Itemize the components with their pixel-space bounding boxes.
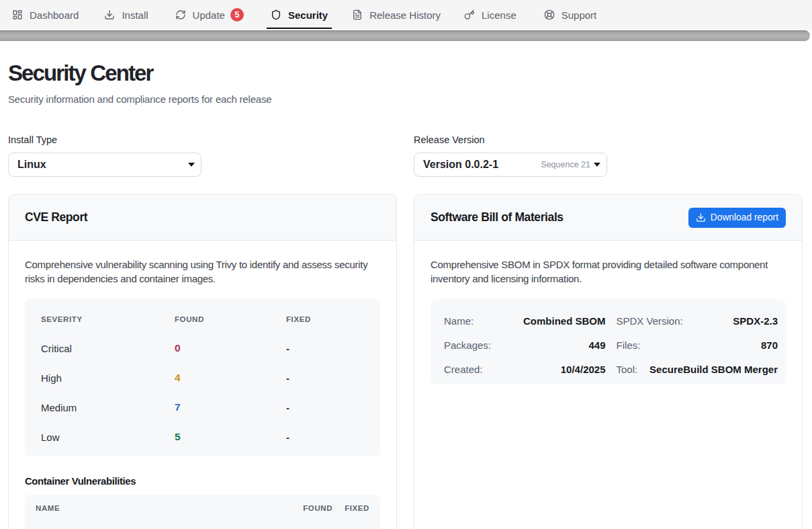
nav-item-release-history[interactable]: Release History xyxy=(348,0,445,30)
top-navigation: Dashboard Install Update 5 Security Rele… xyxy=(0,0,812,41)
nav-item-license[interactable]: License xyxy=(460,0,521,30)
sbom-detail-created: Created: 10/4/2025 xyxy=(444,357,606,381)
nav-label: License xyxy=(482,9,516,21)
severity-table-header: SEVERITY FOUND FIXED xyxy=(41,305,364,333)
sbom-card: Software Bill of Materials Download repo… xyxy=(414,194,803,529)
update-count-badge: 5 xyxy=(230,8,244,22)
detail-value: 10/4/2025 xyxy=(561,364,606,375)
download-report-button[interactable]: Download report xyxy=(688,208,786,228)
nav-bar: Dashboard Install Update 5 Security Rele… xyxy=(0,0,812,30)
horizontal-scrollbar-thumb[interactable] xyxy=(0,30,810,41)
detail-label: Files: xyxy=(617,339,641,351)
found-count: 7 xyxy=(175,401,286,413)
release-version-select[interactable]: Version 0.0.2-1 Sequence 21 xyxy=(414,153,607,177)
table-row: Low 5 - xyxy=(41,422,364,452)
detail-label: Created: xyxy=(444,364,483,375)
container-table-header: NAME FOUND FIXED xyxy=(36,495,369,522)
shield-icon xyxy=(271,9,281,20)
container-vulnerabilities-title: Container Vulnerabilities xyxy=(25,476,380,487)
life-buoy-icon xyxy=(544,9,555,20)
sbom-card-header: Software Bill of Materials Download repo… xyxy=(414,195,802,241)
install-type-value: Linux xyxy=(17,159,46,171)
detail-label: Tool: xyxy=(617,364,638,375)
sbom-card-body: Comprehensive SBOM in SPDX format provid… xyxy=(414,241,802,401)
column-severity: SEVERITY xyxy=(41,315,175,323)
refresh-icon xyxy=(175,9,186,20)
sbom-card-title: Software Bill of Materials xyxy=(431,210,563,225)
nav-label: Release History xyxy=(369,9,441,21)
security-center-page: Security Center Security information and… xyxy=(0,41,812,529)
nav-item-dashboard[interactable]: Dashboard xyxy=(8,0,83,30)
chevron-down-icon xyxy=(594,163,600,167)
nav-label: Security xyxy=(288,9,328,21)
page-subtitle: Security information and compliance repo… xyxy=(8,93,803,105)
severity-label: Low xyxy=(41,432,175,443)
found-count: 0 xyxy=(175,342,286,354)
column-name: NAME xyxy=(36,504,291,512)
cve-card-body: Comprehensive vulnerability scanning usi… xyxy=(9,241,396,529)
install-type-label: Install Type xyxy=(8,134,397,145)
sbom-description: Comprehensive SBOM in SPDX format provid… xyxy=(431,257,786,286)
sbom-details-grid: Name: Combined SBOM SPDX Version: SPDX-2… xyxy=(431,299,786,384)
sbom-detail-tool: Tool: SecureBuild SBOM Merger xyxy=(617,357,778,381)
nav-label: Install xyxy=(122,9,148,21)
file-text-icon xyxy=(352,9,363,20)
sbom-detail-name: Name: Combined SBOM xyxy=(444,309,606,333)
key-icon xyxy=(464,9,475,20)
release-version-value: Version 0.0.2-1 xyxy=(423,159,498,171)
cve-report-card: CVE Report Comprehensive vulnerability s… xyxy=(8,194,397,529)
report-cards: CVE Report Comprehensive vulnerability s… xyxy=(8,194,803,529)
install-type-field: Install Type Linux xyxy=(8,134,397,177)
page-title: Security Center xyxy=(8,61,803,85)
nav-item-update[interactable]: Update 5 xyxy=(171,0,248,30)
detail-label: Packages: xyxy=(444,339,491,351)
sbom-detail-spdx-version: SPDX Version: SPDX-2.3 xyxy=(617,309,778,333)
severity-label: Critical xyxy=(41,343,175,354)
layout-dashboard-icon xyxy=(12,9,23,20)
nav-label: Dashboard xyxy=(30,9,79,21)
table-row: Medium 7 - xyxy=(41,393,364,422)
fixed-count: - xyxy=(286,372,364,384)
container-vulnerabilities-table: NAME FOUND FIXED xyxy=(25,495,380,529)
table-row: High 4 - xyxy=(41,363,364,393)
nav-item-security[interactable]: Security xyxy=(267,0,332,30)
filter-controls: Install Type Linux Release Version Versi… xyxy=(8,134,803,177)
detail-value: 870 xyxy=(761,339,778,351)
column-found: FOUND xyxy=(303,504,332,512)
detail-value: 449 xyxy=(588,339,605,351)
severity-label: High xyxy=(41,372,175,384)
detail-label: Name: xyxy=(444,315,473,327)
release-version-label: Release Version xyxy=(414,134,803,145)
download-report-label: Download report xyxy=(711,212,778,222)
detail-value: SecureBuild SBOM Merger xyxy=(649,364,778,375)
nav-label: Support xyxy=(561,9,597,21)
nav-item-support[interactable]: Support xyxy=(540,0,601,30)
cve-card-title: CVE Report xyxy=(25,210,87,225)
chevron-down-icon xyxy=(188,163,195,167)
fixed-count: - xyxy=(286,432,364,443)
nav-item-install[interactable]: Install xyxy=(100,0,152,30)
column-found: FOUND xyxy=(175,315,286,323)
column-fixed: FIXED xyxy=(345,504,369,512)
sbom-detail-packages: Packages: 449 xyxy=(444,333,606,357)
release-sequence: Sequence 21 xyxy=(541,160,590,169)
column-fixed: FIXED xyxy=(286,315,364,323)
nav-label: Update xyxy=(193,9,225,21)
cve-description: Comprehensive vulnerability scanning usi… xyxy=(25,257,380,286)
detail-label: SPDX Version: xyxy=(617,315,683,327)
found-count: 4 xyxy=(175,372,286,384)
download-icon xyxy=(104,9,115,20)
detail-value: SPDX-2.3 xyxy=(733,315,778,327)
cve-card-header: CVE Report xyxy=(9,195,396,241)
fixed-count: - xyxy=(286,343,364,354)
fixed-count: - xyxy=(286,402,364,413)
release-version-field: Release Version Version 0.0.2-1 Sequence… xyxy=(414,134,803,177)
download-icon xyxy=(696,212,706,222)
found-count: 5 xyxy=(175,431,286,443)
table-row: Critical 0 - xyxy=(41,333,364,363)
severity-label: Medium xyxy=(41,402,175,413)
sbom-detail-files: Files: 870 xyxy=(617,333,778,357)
detail-value: Combined SBOM xyxy=(523,315,606,327)
severity-table: SEVERITY FOUND FIXED Critical 0 - High 4… xyxy=(25,298,380,456)
install-type-select[interactable]: Linux xyxy=(8,153,201,177)
